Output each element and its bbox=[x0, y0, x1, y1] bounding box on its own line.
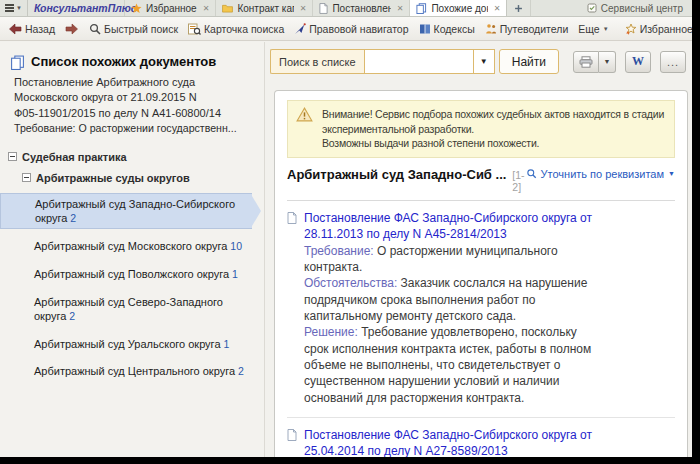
back-button[interactable]: Назад bbox=[4, 21, 59, 37]
close-icon[interactable]: ✕ bbox=[201, 4, 210, 13]
warning-text: Внимание! Сервис подбора похожих судебны… bbox=[322, 107, 664, 151]
document-title-link[interactable]: Постановление ФАС Западно-Сибирского окр… bbox=[304, 427, 592, 457]
collapse-minus-icon[interactable] bbox=[8, 152, 17, 161]
tab-similar-documents[interactable]: Похожие документ ✕ bbox=[410, 0, 507, 16]
tree-item-west-siberian[interactable]: Арбитражный суд Западно-Сибирского округ… bbox=[0, 193, 252, 230]
list-search-bar: Поиск в списке ▼ Найти ▼ W ... bbox=[270, 49, 686, 74]
find-button[interactable]: Найти bbox=[499, 49, 559, 74]
new-tab-button[interactable] bbox=[507, 0, 531, 16]
hamburger-icon bbox=[5, 4, 14, 12]
main-menu-button[interactable]: ▼ bbox=[0, 0, 28, 16]
search-card-icon bbox=[188, 23, 201, 35]
tree-node-arbitration-courts[interactable]: Арбитражные суды округов bbox=[0, 172, 264, 184]
brand-logo: КонсультантПлюс bbox=[34, 2, 137, 14]
print-options-button[interactable]: ▼ bbox=[599, 51, 616, 73]
favorites-star-icon bbox=[625, 23, 637, 35]
result-count: 10 bbox=[230, 240, 242, 252]
chevron-down-icon: ▼ bbox=[16, 5, 22, 11]
warning-triangle-icon bbox=[296, 107, 313, 151]
tree-node-label: Судебная практика bbox=[22, 151, 127, 163]
tree-node-court-practice[interactable]: Судебная практика bbox=[0, 151, 264, 163]
document-result: Постановление ФАС Западно-Сибирского окр… bbox=[287, 201, 675, 418]
guides-button[interactable]: Путеводители bbox=[481, 21, 573, 37]
document-title-link[interactable]: Постановление ФАС Западно-Сибирского окр… bbox=[304, 210, 592, 243]
tree-item-central[interactable]: Арбитражный суд Центрального округа2 bbox=[0, 361, 252, 382]
refine-by-requisites-link[interactable]: Уточнить по реквизитам ▼ bbox=[526, 168, 675, 180]
toolbar: Назад Быстрый поиск Карточка поиска Прав… bbox=[0, 17, 692, 41]
search-label: Поиск в списке bbox=[270, 49, 364, 74]
tab-resolution[interactable]: Постановление Ар ✕ bbox=[313, 0, 410, 16]
collapse-minus-icon[interactable] bbox=[22, 173, 31, 182]
favorites-menu-button[interactable]: Избранное ▼ bbox=[621, 21, 692, 37]
print-button[interactable] bbox=[573, 51, 599, 73]
warning-banner: Внимание! Сервис подбора похожих судебны… bbox=[287, 100, 675, 158]
results-range: [1-2] bbox=[512, 169, 525, 193]
result-count: 2 bbox=[238, 365, 244, 377]
more-menu-button[interactable]: Еще ▼ bbox=[574, 21, 612, 37]
print-split-button: ▼ bbox=[573, 51, 616, 73]
search-card-button[interactable]: Карточка поиска bbox=[184, 21, 288, 37]
service-center-link[interactable]: Сервисный центр bbox=[578, 0, 692, 16]
document-icon bbox=[319, 3, 328, 14]
search-history-dropdown[interactable]: ▼ bbox=[473, 49, 495, 74]
source-document-requirement: Требование: О расторжении государственн.… bbox=[0, 121, 264, 136]
sidebar-title: Список похожих документов bbox=[31, 55, 216, 70]
document-section: Требование: О расторжении муниципального… bbox=[304, 243, 592, 276]
star-icon bbox=[131, 3, 142, 14]
tab-label: Избранное bbox=[146, 3, 197, 14]
results-group-title: Арбитражный суд Западно-Сиб ... bbox=[287, 167, 506, 182]
service-center-label: Сервисный центр bbox=[601, 3, 683, 14]
tab-label: Контракт кап.ремо bbox=[237, 3, 293, 14]
book-icon bbox=[419, 23, 431, 35]
forward-arrow-icon bbox=[65, 23, 79, 35]
more-actions-button[interactable]: ... bbox=[660, 51, 686, 73]
document-icon bbox=[287, 429, 297, 457]
results-card: Внимание! Сервис подбора похожих судебны… bbox=[274, 90, 688, 457]
results-header: Арбитражный суд Западно-Сиб ... [1-2] Ут… bbox=[287, 158, 675, 201]
similar-docs-icon bbox=[416, 3, 427, 14]
search-icon bbox=[89, 23, 101, 35]
close-icon[interactable]: ✕ bbox=[298, 4, 307, 13]
quick-search-label: Быстрый поиск bbox=[104, 23, 178, 35]
codes-label: Кодексы bbox=[434, 23, 475, 35]
codes-button[interactable]: Кодексы bbox=[415, 21, 479, 37]
guides-label: Путеводители bbox=[500, 23, 569, 35]
similar-documents-sidebar: Список похожих документов Постановление … bbox=[0, 42, 265, 457]
plus-icon bbox=[514, 4, 523, 13]
quick-search-button[interactable]: Быстрый поиск bbox=[85, 21, 182, 37]
back-label: Назад bbox=[25, 23, 55, 35]
export-to-word-button[interactable]: W bbox=[625, 51, 651, 73]
favorites-label: Избранное bbox=[640, 23, 692, 35]
document-section: Обстоятельства: Заказчик сослался на нар… bbox=[304, 275, 592, 324]
tree-node-label: Арбитражные суды округов bbox=[36, 172, 190, 184]
chevron-down-icon: ▼ bbox=[603, 26, 609, 32]
tree-item-povolzhsky[interactable]: Арбитражный суд Поволжского округа1 bbox=[0, 264, 252, 285]
tab-label: Похожие документ bbox=[431, 3, 487, 14]
result-count: 2 bbox=[70, 212, 76, 224]
document-icon bbox=[287, 212, 297, 406]
tree-item-northwestern[interactable]: Арбитражный суд Северо-Западного округа2 bbox=[0, 292, 252, 327]
legal-navigator-button[interactable]: Правовой навигатор bbox=[290, 21, 412, 37]
result-count: 1 bbox=[224, 338, 230, 350]
content-area: Поиск в списке ▼ Найти ▼ W ... bbox=[266, 42, 692, 457]
tab-label: Постановление Ар bbox=[332, 3, 390, 14]
forward-button[interactable] bbox=[61, 21, 83, 37]
results-tree: Судебная практика Арбитражные суды округ… bbox=[0, 151, 264, 382]
more-label: Еще bbox=[578, 23, 599, 35]
tree-item-ural[interactable]: Арбитражный суд Уральского округа1 bbox=[0, 334, 252, 355]
document-section: Решение: Требование удовлетворено, поско… bbox=[304, 324, 592, 406]
tree-item-moscow[interactable]: Арбитражный суд Московского округа10 bbox=[0, 236, 252, 257]
tab-contract[interactable]: Контракт кап.ремо ✕ bbox=[216, 0, 313, 16]
search-input[interactable] bbox=[364, 49, 473, 74]
folder-icon bbox=[222, 4, 233, 13]
tab-favorites[interactable]: Избранное ✕ bbox=[125, 0, 216, 16]
consultantplus-window: ▼ КонсультантПлюс Избранное ✕ Контракт к… bbox=[0, 0, 692, 457]
printer-icon bbox=[579, 56, 593, 68]
close-icon[interactable]: ✕ bbox=[395, 4, 404, 13]
source-document-description: Постановление Арбитражного суда Московск… bbox=[0, 70, 264, 121]
document-result: Постановление ФАС Западно-Сибирского окр… bbox=[287, 418, 675, 457]
search-card-label: Карточка поиска bbox=[204, 23, 284, 35]
tab-brand[interactable]: КонсультантПлюс bbox=[28, 0, 125, 16]
close-icon[interactable]: ✕ bbox=[492, 4, 501, 13]
tab-bar: ▼ КонсультантПлюс Избранное ✕ Контракт к… bbox=[0, 0, 692, 17]
